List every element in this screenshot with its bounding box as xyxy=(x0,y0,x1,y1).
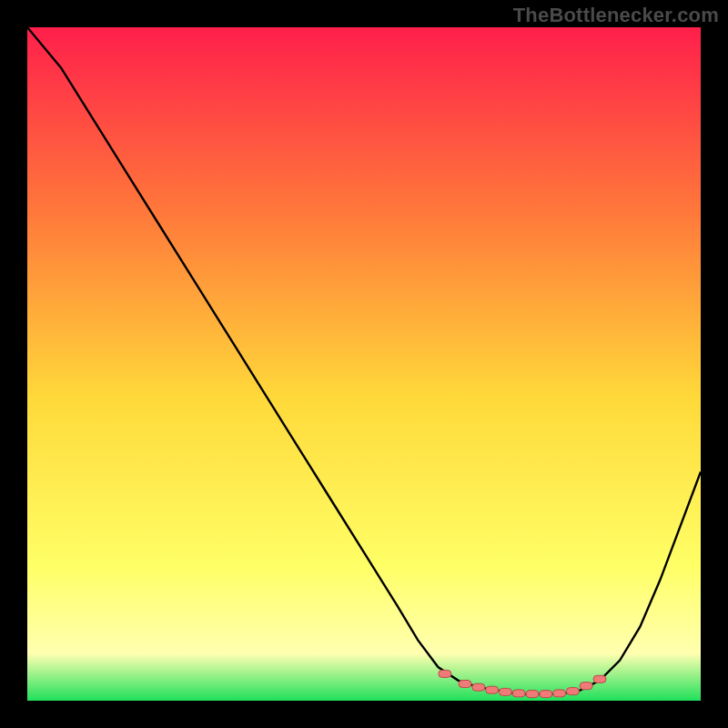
marker-point xyxy=(472,683,485,691)
watermark-text: TheBottlenecker.com xyxy=(513,4,719,27)
marker-point xyxy=(593,675,606,682)
marker-point xyxy=(566,688,579,695)
chart-frame: TheBottlenecker.com xyxy=(0,0,728,728)
marker-point xyxy=(580,682,592,690)
marker-point xyxy=(459,681,471,688)
marker-point xyxy=(526,691,539,698)
marker-point xyxy=(439,670,451,677)
marker-point xyxy=(499,688,511,695)
marker-point xyxy=(486,686,499,693)
marker-point xyxy=(553,690,566,697)
bottleneck-chart xyxy=(27,27,701,701)
gradient-background xyxy=(27,27,701,701)
marker-point xyxy=(512,690,525,697)
marker-point xyxy=(540,691,552,698)
